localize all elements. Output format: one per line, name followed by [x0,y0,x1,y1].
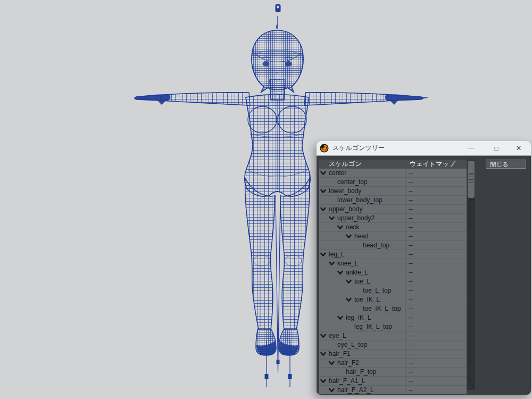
bone-name: upper_body [329,205,362,213]
arm-left-wireframe [134,93,250,105]
bone-name: hair_F_A2_L [337,386,374,394]
weight-map-value: -- [405,250,467,259]
bone-name: neck [346,223,359,231]
minimize-icon[interactable]: — [462,143,480,154]
tree-row-toe_L_top[interactable]: toe_L_top-- [319,286,467,295]
foot-left-wireframe [256,329,276,355]
bone-name: toe_IK_L_top [363,304,401,313]
weight-map-value: -- [405,277,467,286]
tree-row-hair_F_A1_L[interactable]: hair_F_A1_L-- [319,377,467,386]
bone-name: hair_F1 [329,350,351,358]
weight-map-value: -- [405,196,467,204]
bone-name: eye_L [329,331,346,340]
chevron-down-icon[interactable] [337,315,346,320]
weight-map-value: -- [405,350,467,358]
bone-name: upper_body2 [337,214,375,222]
tree-row-eye_L[interactable]: eye_L-- [319,331,467,340]
tree-row-knee_L[interactable]: knee_L-- [319,259,467,268]
close-dialog-button[interactable]: 閉じる [486,160,526,169]
chevron-down-icon[interactable] [337,225,346,230]
maximize-icon[interactable]: □ [487,143,505,154]
tree-row-toe_L[interactable]: toe_L-- [319,277,467,286]
bone-name: center [329,169,346,177]
chevron-down-icon[interactable] [337,270,346,275]
bone-name: eye_L_top [337,340,367,349]
tree-row-toe_IK_L_top[interactable]: toe_IK_L_top-- [319,304,467,313]
chevron-down-icon[interactable] [320,252,329,257]
skeleton-tree-list: スケルゴン ウェイトマップ center--center_top--lower_… [319,160,467,394]
tree-row-upper_body2[interactable]: upper_body2-- [319,214,467,223]
chevron-down-icon[interactable] [329,216,337,221]
tree-row-hair_F_A2_L[interactable]: hair_F_A2_L-- [319,386,467,394]
chevron-down-icon[interactable] [320,352,329,356]
tree-row-leg_L[interactable]: leg_L-- [319,250,467,259]
tree-scrollbar-thumb[interactable] [468,161,475,198]
tree-row-neck[interactable]: neck-- [319,223,467,232]
bone-name: head_top [363,241,389,250]
weight-map-value: -- [405,241,467,250]
leg-left-wireframe [245,178,275,330]
tree-row-lower_body[interactable]: lower_body-- [319,187,467,196]
tree-row-upper_body[interactable]: upper_body-- [319,205,467,214]
bone-name: toe_IK_L [354,295,380,304]
weight-map-value: -- [405,214,467,222]
weight-map-value: -- [405,187,467,195]
chevron-down-icon[interactable] [346,297,354,302]
leg-right-wireframe [280,178,310,330]
tree-row-head_top[interactable]: head_top-- [319,241,467,250]
weight-map-value: -- [405,178,467,186]
weight-map-value: -- [405,286,467,295]
weight-map-value: -- [405,386,467,394]
head-top-bone-handle [276,4,281,29]
metasequoia-app-icon [320,144,329,153]
weight-map-value: -- [405,232,467,240]
tree-row-center[interactable]: center-- [319,169,467,178]
arm-right-wireframe [304,93,429,105]
torso-wireframe [245,95,310,196]
bone-name: ankle_L [346,268,368,277]
chevron-down-icon[interactable] [320,207,329,212]
tree-row-leg_IK_L_top[interactable]: leg_IK_L_top-- [319,322,467,331]
weight-map-value: -- [405,340,467,349]
dialog-title: スケルゴンツリー [332,144,462,153]
bone-name: hair_F_top [346,368,376,376]
bone-name: lower_body [329,187,361,195]
tree-row-lower_body_top[interactable]: lower_body_top-- [319,196,467,205]
tree-row-hair_F2[interactable]: hair_F2-- [319,359,467,368]
bone-name: leg_L [329,250,344,259]
bone-name: hair_F_A1_L [329,377,365,385]
tree-row-hair_F_top[interactable]: hair_F_top-- [319,368,467,377]
weight-map-value: -- [405,368,467,376]
tree-row-center_top[interactable]: center_top-- [319,178,467,187]
chevron-down-icon[interactable] [329,361,337,365]
skeleton-tree-rows: center--center_top--lower_body--lower_bo… [319,169,467,394]
chevron-down-icon[interactable] [320,334,329,338]
skeleton-tree-dialog: スケルゴンツリー — □ ✕ スケルゴン ウェイトマップ center--cen… [317,141,531,395]
chevron-down-icon[interactable] [320,379,329,384]
chevron-down-icon[interactable] [320,171,329,176]
tree-row-eye_L_top[interactable]: eye_L_top-- [319,340,467,350]
chevron-down-icon[interactable] [346,279,354,284]
chevron-down-icon[interactable] [320,189,329,194]
tree-row-head[interactable]: head-- [319,232,467,241]
bone-name: hair_F2 [337,359,359,367]
chevron-down-icon[interactable] [346,234,354,239]
bone-name: leg_IK_L_top [354,322,392,331]
bone-name: lower_body_top [337,196,383,204]
weight-map-value: -- [405,359,467,367]
tree-row-toe_IK_L[interactable]: toe_IK_L-- [319,295,467,304]
weight-map-value: -- [405,304,467,313]
chevron-down-icon[interactable] [329,388,337,393]
weight-map-value: -- [405,313,467,322]
tree-row-ankle_L[interactable]: ankle_L-- [319,268,467,277]
dialog-title-bar[interactable]: スケルゴンツリー — □ ✕ [317,141,531,156]
weight-map-value: -- [405,205,467,213]
close-icon[interactable]: ✕ [510,143,528,154]
tree-scrollbar-track[interactable] [467,160,475,390]
tree-row-leg_IK_L[interactable]: leg_IK_L-- [319,313,467,322]
bone-name: knee_L [337,259,358,268]
weight-map-value: -- [405,268,467,277]
tree-row-hair_F1[interactable]: hair_F1-- [319,350,467,359]
chevron-down-icon[interactable] [329,261,337,266]
foot-right-wireframe [279,329,299,355]
